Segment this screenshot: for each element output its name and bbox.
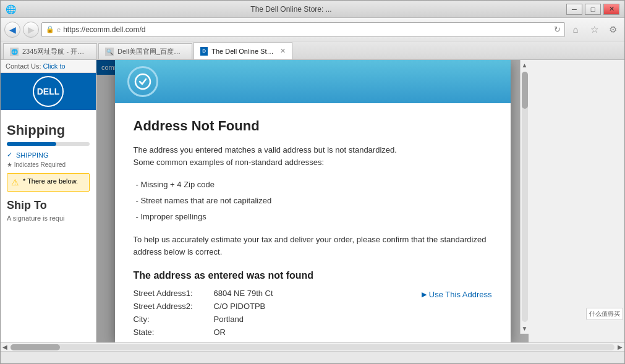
tab-baidu[interactable]: 🔍 Dell美国官网_百度搜索 [98,43,192,59]
tabs-bar: 🌐 2345网址导航 - 开创中国百... 🔍 Dell美国官网_百度搜索 D … [1,41,624,60]
warning-text: * There are below. [23,177,78,185]
scroll-track [522,72,528,322]
ship-to-sub: A signature is requi [7,214,90,222]
modal-header-icon [127,66,158,97]
address-icon: e [57,26,61,33]
entered-state-row: State: OR [134,328,422,337]
bottom-scroll-thumb[interactable] [11,344,60,350]
entered-zip-row: Zip Code: 97218-2856 [134,341,422,342]
tab-close-icon[interactable]: ✕ [280,47,286,55]
scroll-up-arrow[interactable]: ▲ [520,60,530,70]
close-button[interactable]: ✕ [603,4,619,15]
modal-examples: - Missing + 4 Zip code - Street names th… [134,177,492,225]
content-area: Contact Us: Click to DELL Shipping ✓ SHI… [1,60,624,342]
tab-favicon-dell: D [200,47,208,56]
scroll-right-arrow[interactable]: ▶ [616,343,624,352]
modal-confirm: To help us accurately estimate your tax … [134,234,492,258]
warning-box: ⚠ * There are below. [7,173,90,192]
warning-icon: ⚠ [11,177,19,187]
contact-bar: Contact Us: Click to [1,60,96,73]
step-label: SHIPPING [16,151,49,159]
browser-logo: 🌐 [6,4,16,14]
modal-dialog: Address Not Found The address you entere… [115,60,511,342]
sidebar-content: Shipping ✓ SHIPPING ★ Indicates Required… [1,110,96,228]
modal-scrollbar[interactable]: ▲ ▼ [520,60,529,334]
bottom-scrollbar[interactable]: ◀ ▶ [1,342,624,351]
example-3: - Improper spellings [136,209,492,225]
use-this-address-label: Use This Address [429,290,492,299]
example-1: - Missing + 4 Zip code [136,177,492,193]
settings-button[interactable]: ⚙ [605,22,621,38]
bottom-right-logo: 什么值得买 [586,308,623,320]
modal-overlay: Address Not Found The address you entere… [96,60,529,342]
progress-bar-fill [7,142,56,146]
section1-title: The address as entered was not found [134,270,492,281]
favorites-button[interactable]: ☆ [586,22,602,38]
check-icon: ✓ [7,151,12,159]
status-bar [1,351,624,363]
scroll-down-arrow[interactable]: ▼ [520,323,530,334]
intro-line2: Some common examples of non-standard add… [134,158,325,167]
progress-bar [7,142,90,146]
lock-icon: 🔒 [46,25,54,33]
tab-label-dell: The Dell Online Store: ... [211,48,276,55]
tab-2345[interactable]: 🌐 2345网址导航 - 开创中国百... [3,43,97,59]
tab-label-2345: 2345网址导航 - 开创中国百... [22,47,90,56]
address-bar[interactable]: 🔒 e https://ecomm.dell.com/d ↻ [41,22,565,37]
contact-link[interactable]: Click to [43,62,66,70]
svg-point-0 [135,74,150,89]
scroll-left-arrow[interactable]: ◀ [1,343,9,352]
entered-city-row: City: Portland [134,315,422,324]
step-indicator: ✓ SHIPPING [7,151,90,159]
dell-logo: DELL [33,76,64,107]
modal-body: Address Not Found The address you entere… [115,103,511,342]
entered-state-label: State: [134,328,214,337]
back-button[interactable]: ◀ [4,22,20,38]
tab-label-baidu: Dell美国官网_百度搜索 [117,47,185,56]
nav-bar: ◀ ▶ 🔒 e https://ecomm.dell.com/d ↻ ⌂ ☆ ⚙ [1,18,624,41]
use-arrow-icon: ▶ [422,290,427,298]
entered-street1-value: 6804 NE 79th Ct [214,289,422,298]
entered-city-value: Portland [214,315,422,324]
modal-intro: The address you entered matches a valid … [134,144,492,168]
left-sidebar: Contact Us: Click to DELL Shipping ✓ SHI… [1,60,96,342]
entered-street1-label: Street Address1: [134,289,214,298]
tab-title: The Dell Online Store: ... [250,5,331,14]
address-text: https://ecomm.dell.com/d [63,25,551,34]
entered-street2-value: C/O PIDOTPB [214,302,422,311]
minimize-button[interactable]: ─ [566,4,582,15]
scroll-thumb[interactable] [522,72,528,109]
tab-favicon-2345: 🌐 [10,48,19,56]
modal-header [115,60,511,103]
entered-street2-label: Street Address2: [134,302,214,311]
forward-button[interactable]: ▶ [23,22,39,38]
intro-line1: The address you entered matches a valid … [134,145,397,154]
home-button[interactable]: ⌂ [568,22,584,38]
example-2: - Street names that are not capitalized [136,193,492,209]
entered-city-label: City: [134,315,214,324]
maximize-button[interactable]: □ [585,4,601,15]
ship-to-section: Ship To A signature is requi [7,199,90,222]
entered-zip-label: Zip Code: [134,341,214,342]
ship-to-title: Ship To [7,199,90,212]
refresh-icon[interactable]: ↻ [554,25,561,34]
title-bar: 🌐 The Dell Online Store: ... ─ □ ✕ [1,1,624,18]
entered-street1-row: Street Address1: 6804 NE 79th Ct [134,289,422,298]
sidebar-banner: DELL [1,73,96,110]
tab-dell[interactable]: D The Dell Online Store: ... ✕ [193,42,292,59]
required-note: ★ Indicates Required [7,161,90,168]
bottom-scroll-track [11,344,614,350]
entered-zip-value: 97218-2856 [214,341,422,342]
entered-state-value: OR [214,328,422,337]
entered-street2-row: Street Address2: C/O PIDOTPB [134,302,422,311]
contact-label: Contact Us: [6,62,41,70]
use-this-address-link[interactable]: ▶ Use This Address [422,290,492,299]
modal-title: Address Not Found [134,118,492,134]
tab-favicon-baidu: 🔍 [105,48,114,56]
shipping-title: Shipping [7,116,90,142]
